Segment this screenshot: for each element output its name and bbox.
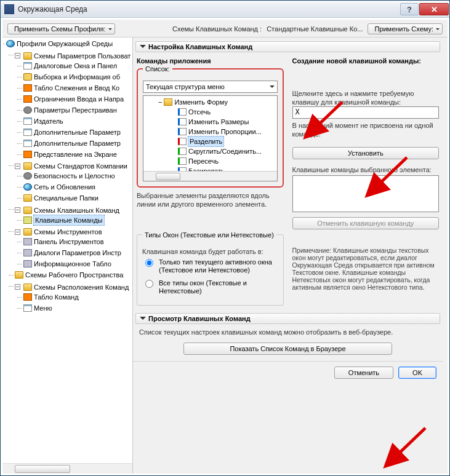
tree-item[interactable]: Дополнительные Параметр — [34, 138, 121, 148]
not-assigned-label: В настоящий момент не присвоена ни одной… — [292, 121, 440, 138]
folder-icon — [164, 98, 172, 106]
command-item-selected[interactable]: Разделить — [188, 137, 223, 146]
app-window: Окружающая Среда ? ✕ Применить Схемы Про… — [0, 0, 450, 476]
tree-item[interactable]: Диалоги Параметров Инстр — [34, 248, 121, 258]
command-list-group: Список: Текущая структура меню −Изменить… — [137, 68, 284, 188]
tree-item[interactable]: Табло Команд — [34, 292, 79, 302]
folder-icon — [23, 52, 32, 60]
shortcut-scheme-label: Схемы Клавишных Команд : — [172, 25, 262, 33]
remove-shortcut-button[interactable]: Отменить клавишную команду — [292, 217, 440, 229]
cmd-icon — [178, 118, 187, 125]
tree-scrollbar[interactable] — [2, 463, 132, 474]
radio-current-window-type[interactable] — [145, 259, 153, 267]
apply-profile-schemes-button[interactable]: Применить Схемы Профиля: — [7, 23, 115, 34]
screen-icon — [23, 84, 32, 92]
cancel-button[interactable]: Отменить — [334, 367, 393, 379]
folder-icon — [15, 271, 23, 279]
folder-icon — [23, 162, 32, 170]
assigned-shortcuts-list[interactable] — [292, 175, 440, 212]
section-shortcut-setup[interactable]: Настройка Клавишных Команд — [135, 41, 440, 52]
tree-item[interactable]: Параметры Перестраиван — [34, 105, 117, 115]
tree-item[interactable]: Схемы Параметров Пользоват — [34, 51, 131, 61]
nav-tree-panel: Профили Окружающей Среды −Схемы Параметр… — [2, 38, 133, 474]
tree-item[interactable]: Издатель — [34, 116, 63, 126]
help-button[interactable]: ? — [400, 3, 419, 15]
tree-item[interactable]: Сеть и Обновления — [34, 182, 95, 192]
radio-all-window-types[interactable] — [145, 280, 153, 288]
set-shortcut-button[interactable]: Установить — [292, 147, 440, 159]
preview-text: Список текущих настроек клавишных команд… — [139, 328, 436, 336]
dialog-footer: Отменить OK — [133, 361, 443, 384]
titlebar[interactable]: Окружающая Среда ? ✕ — [1, 1, 449, 18]
cmd-tree-scrollbar[interactable] — [143, 171, 277, 181]
menu-structure-dropdown[interactable]: Текущая структура меню — [143, 81, 278, 93]
tree-root[interactable]: Профили Окружающей Среды — [17, 39, 113, 49]
press-key-label: Щелкните здесь и нажмите требуемую клави… — [292, 89, 440, 106]
tool-icon — [23, 260, 32, 268]
tree-item[interactable]: Панель Инструментов — [34, 237, 104, 247]
tree-item[interactable]: Схемы Клавишных Команд — [34, 205, 119, 215]
command-item[interactable]: Изменить Пропорции... — [188, 127, 262, 137]
keyboard-icon — [23, 216, 32, 224]
collapse-icon[interactable]: − — [158, 97, 162, 107]
toolbar: Применить Схемы Профиля: Схемы Клавишных… — [2, 20, 448, 37]
tree-item[interactable]: Меню — [34, 303, 52, 313]
shortcut-key-input[interactable]: X — [292, 106, 440, 119]
tree-item[interactable]: Представление на Экране — [34, 149, 117, 159]
app-icon — [4, 4, 14, 14]
globe-icon — [6, 40, 15, 47]
hand-icon — [23, 73, 32, 81]
screen-icon — [23, 151, 32, 158]
screen-icon — [23, 293, 32, 301]
collapse-icon[interactable]: − — [15, 164, 20, 169]
section-preview[interactable]: Просмотр Клавишных Команд — [135, 313, 440, 324]
cmd-icon — [178, 138, 187, 145]
tree-item[interactable]: Схемы Инструментов — [34, 227, 102, 237]
chevron-down-icon — [140, 45, 146, 51]
window-types-note: Примечание: Клавишные команды текстовых … — [292, 234, 440, 291]
tree-item[interactable]: Выборка и Информация об — [34, 72, 120, 82]
doc-icon — [23, 117, 32, 125]
menu-icon — [23, 304, 32, 312]
tree-item[interactable]: Ограничения Ввода и Напра — [34, 94, 124, 104]
folder-icon — [23, 228, 32, 236]
tree-item[interactable]: Информационное Табло — [34, 259, 111, 269]
tree-item[interactable]: Специальные Папки — [34, 193, 98, 203]
tree-item[interactable]: Схемы Рабочего Пространства — [25, 270, 123, 280]
command-tree[interactable]: −Изменить Форму Отсечь Изменить Размеры … — [143, 95, 278, 181]
cmd-icon — [178, 157, 187, 165]
new-shortcut-label: Создание новой клавишной команды: — [292, 57, 440, 65]
close-button[interactable]: ✕ — [419, 3, 449, 15]
tree-item[interactable]: Схемы Расположения Команд — [34, 282, 129, 292]
cmd-icon — [178, 148, 187, 155]
arrow-annotation-icon — [392, 428, 428, 465]
ok-button[interactable]: OK — [398, 367, 436, 379]
command-description: Выбранные элементы разделяются вдоль лин… — [137, 191, 284, 208]
collapse-icon[interactable]: − — [15, 53, 20, 58]
assigned-shortcuts-label: Клавишные команды выбранного элемента: — [292, 165, 440, 174]
apply-scheme-button[interactable]: Применить Схему: — [368, 23, 443, 34]
command-item[interactable]: Отсечь — [188, 107, 211, 117]
client-area: Применить Схемы Профиля: Схемы Клавишных… — [2, 19, 448, 474]
tree-item[interactable]: Табло Слежения и Ввод Ко — [34, 83, 119, 93]
nav-tree[interactable]: Профили Окружающей Среды −Схемы Параметр… — [2, 38, 132, 463]
list-label: Список: — [143, 65, 172, 73]
tree-item[interactable]: Безопасность и Целостно — [34, 171, 115, 181]
collapse-icon[interactable]: − — [15, 207, 20, 213]
gear-icon — [23, 106, 32, 114]
command-item[interactable]: Пересечь — [188, 156, 219, 166]
tree-item[interactable]: Схемы Стандартов Компании — [34, 161, 127, 171]
command-item[interactable]: Скруглить/Соединить... — [188, 146, 262, 156]
window-types-legend: Типы Окон (Текстовые или Нетекстовые) — [142, 231, 276, 239]
command-item[interactable]: Изменить Размеры — [188, 117, 249, 127]
tree-item-selected[interactable]: Клавишные Команды — [34, 215, 104, 225]
tool-icon — [23, 238, 32, 245]
window-title: Окружающая Среда — [18, 5, 87, 14]
collapse-icon[interactable]: − — [15, 229, 20, 235]
command-folder[interactable]: Изменить Форму — [174, 97, 227, 107]
tree-item[interactable]: Дополнительные Параметр — [34, 127, 121, 137]
tree-item[interactable]: Диалоговые Окна и Панел — [34, 61, 117, 71]
show-in-browser-button[interactable]: Показать Список Команд в Браузере — [183, 343, 392, 355]
collapse-icon[interactable]: − — [15, 284, 20, 290]
section-title: Просмотр Клавишных Команд — [148, 315, 251, 322]
